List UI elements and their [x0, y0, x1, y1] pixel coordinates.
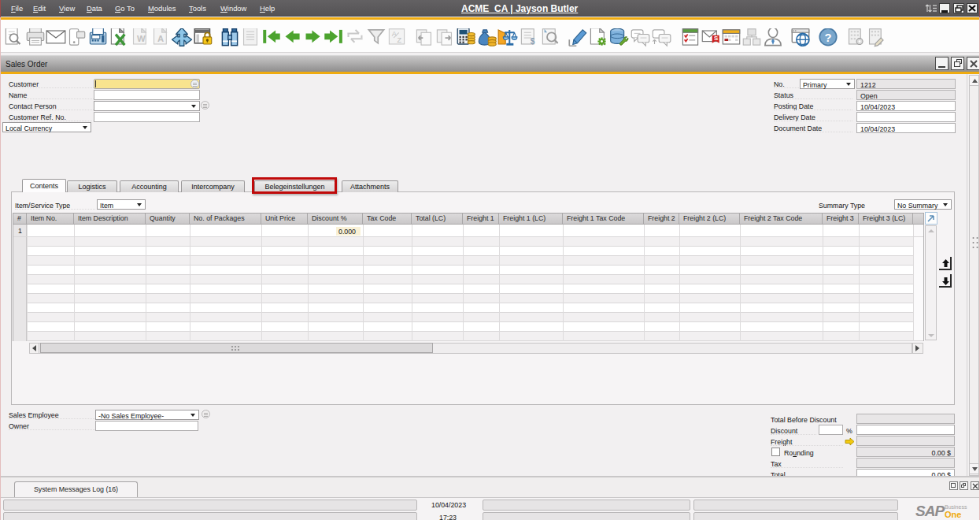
svg-text:S: S [714, 35, 718, 42]
svg-text:?: ? [824, 32, 831, 44]
svg-text:Z: Z [398, 36, 402, 44]
svg-text:A: A [392, 30, 397, 38]
svg-text:W: W [137, 34, 146, 43]
svg-text:A: A [157, 34, 164, 43]
svg-text:$: $ [531, 37, 535, 46]
